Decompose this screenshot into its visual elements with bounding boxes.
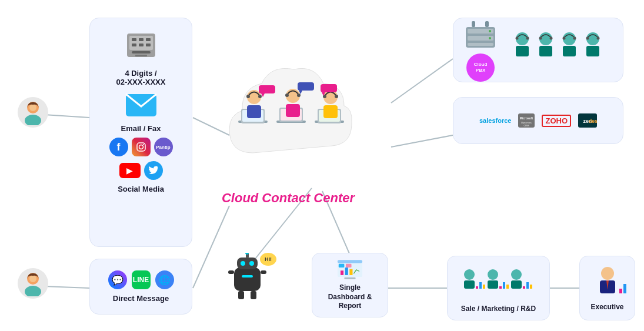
- direct-label: Direct Message: [113, 294, 169, 303]
- svg-rect-89: [237, 258, 258, 269]
- svg-rect-55: [321, 84, 337, 92]
- direct-message-box: 💬 LINE 🌐 Direct Message: [89, 259, 192, 315]
- cloud-pbx-box: CloudPBX: [453, 18, 623, 82]
- svg-point-75: [563, 36, 566, 39]
- svg-text:desk: desk: [589, 118, 597, 124]
- svg-rect-120: [526, 282, 529, 289]
- salesforce-logo: salesforce: [479, 117, 511, 124]
- svg-point-71: [539, 36, 542, 39]
- svg-rect-109: [476, 286, 478, 289]
- svg-rect-25: [135, 55, 147, 56]
- svg-rect-19: [139, 38, 144, 41]
- svg-rect-105: [346, 264, 352, 268]
- pantip-icon: Pantip: [154, 138, 173, 156]
- svg-point-72: [550, 36, 553, 39]
- svg-rect-125: [619, 289, 622, 293]
- svg-point-29: [143, 144, 144, 145]
- svg-rect-101: [341, 270, 343, 275]
- svg-rect-24: [132, 51, 151, 54]
- cloud-contact-title: Cloud Contact Center: [218, 190, 359, 206]
- svg-point-67: [516, 36, 519, 39]
- zoho-logo: ZOHO: [542, 115, 571, 127]
- sale-label: Sale / Marketing / R&D: [461, 305, 536, 314]
- svg-rect-115: [503, 282, 505, 289]
- twitter-icon: [144, 161, 163, 180]
- svg-line-3: [44, 286, 89, 288]
- svg-rect-66: [516, 46, 529, 56]
- svg-line-5: [391, 135, 453, 147]
- svg-point-14: [25, 286, 41, 296]
- cloud-contact-center: Cloud Contact Center: [218, 59, 359, 212]
- messenger-icon: 💬: [108, 270, 127, 289]
- svg-rect-78: [586, 46, 599, 56]
- svg-rect-48: [323, 105, 338, 118]
- svg-text:CRM: CRM: [524, 124, 529, 127]
- social-icons-row2: ▶: [119, 161, 163, 180]
- svg-rect-27: [137, 143, 145, 151]
- robot-hi-bubble: HI!: [260, 253, 276, 266]
- svg-rect-53: [298, 82, 314, 91]
- customer-avatar-bottom: [18, 268, 48, 299]
- svg-point-91: [249, 261, 254, 266]
- svg-point-122: [601, 267, 614, 280]
- email-icon: [125, 93, 157, 119]
- executive-box: Executive: [579, 256, 635, 320]
- svg-point-12: [29, 104, 36, 111]
- svg-rect-111: [483, 285, 485, 289]
- svg-point-112: [488, 269, 498, 280]
- svg-point-28: [139, 145, 143, 149]
- avatar-bottom: [18, 268, 48, 299]
- svg-line-4: [391, 59, 453, 103]
- svg-point-42: [258, 95, 262, 98]
- instagram-icon: [132, 138, 151, 156]
- svg-rect-22: [139, 44, 144, 46]
- svg-point-90: [241, 261, 245, 266]
- svg-rect-121: [530, 285, 532, 289]
- svg-rect-102: [345, 268, 348, 275]
- svg-rect-74: [563, 46, 576, 56]
- svg-rect-70: [539, 46, 552, 56]
- svg-point-117: [511, 269, 522, 280]
- social-label: Social Media: [118, 185, 164, 193]
- svg-line-2: [44, 115, 89, 118]
- svg-rect-108: [464, 280, 475, 289]
- svg-rect-64: [485, 21, 489, 27]
- svg-point-79: [586, 36, 589, 39]
- svg-point-41: [246, 95, 250, 98]
- svg-point-45: [285, 93, 289, 97]
- svg-rect-97: [238, 291, 244, 299]
- email-label: Email / Fax: [121, 124, 161, 133]
- svg-rect-51: [259, 85, 275, 93]
- svg-rect-119: [523, 286, 525, 289]
- svg-point-62: [489, 37, 491, 39]
- dashboard-box: Single Dashboard & Report: [312, 253, 388, 317]
- svg-point-50: [335, 95, 338, 98]
- svg-rect-98: [251, 291, 256, 299]
- svg-rect-126: [623, 284, 626, 293]
- svg-point-61: [489, 30, 491, 32]
- svg-point-76: [573, 36, 576, 39]
- robot-chatbot: HI!: [221, 253, 273, 303]
- svg-rect-110: [479, 282, 482, 289]
- svg-text:Microsoft: Microsoft: [520, 116, 533, 120]
- line-icon: LINE: [132, 270, 151, 289]
- sale-marketing-box: Sale / Marketing / R&D: [447, 256, 550, 320]
- svg-rect-63: [472, 21, 475, 27]
- svg-rect-104: [339, 264, 345, 268]
- svg-rect-94: [242, 275, 253, 277]
- youtube-icon: ▶: [119, 163, 141, 178]
- diagram-container: 4 Digits / 02-XXX-XXXX Email / Fax f Pan…: [0, 0, 644, 331]
- main-channel-box: 4 Digits / 02-XXX-XXXX Email / Fax f Pan…: [89, 18, 192, 247]
- svg-rect-100: [338, 260, 362, 263]
- phone-icon: [125, 29, 158, 64]
- avatar-top: [18, 97, 48, 128]
- svg-rect-21: [132, 44, 136, 46]
- svg-rect-88: [234, 268, 261, 291]
- svg-rect-20: [146, 38, 151, 41]
- svg-rect-118: [511, 280, 522, 289]
- pbx-agent-group: [508, 25, 613, 75]
- svg-rect-60: [468, 43, 493, 46]
- svg-rect-95: [228, 270, 234, 274]
- svg-rect-40: [247, 105, 261, 118]
- svg-point-107: [464, 269, 475, 280]
